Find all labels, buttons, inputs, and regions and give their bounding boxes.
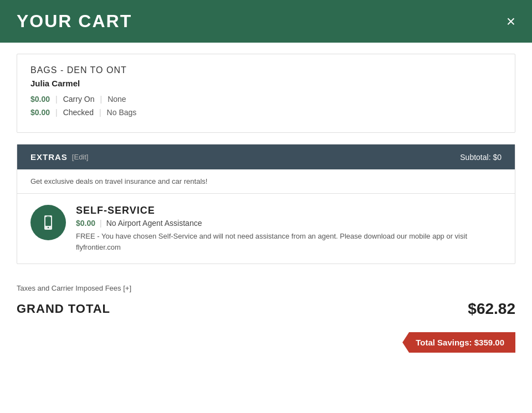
- self-service-icon: [30, 205, 66, 240]
- extras-subtotal: Subtotal: $0: [460, 153, 502, 162]
- svg-point-2: [48, 227, 49, 228]
- footer-section: Taxes and Carrier Imposed Fees [+] GRAND…: [0, 275, 532, 332]
- self-service-description: FREE - You have chosen Self-Service and …: [76, 231, 502, 252]
- self-service-info: SELF-SERVICE $0.00 | No Airport Agent As…: [76, 205, 502, 252]
- checked-type: Checked: [63, 108, 94, 117]
- extras-header-left: EXTRAS [Edit]: [30, 152, 88, 162]
- bags-title: BAGS - DEN TO ONT: [30, 65, 502, 75]
- extras-promo-text: Get exclusive deals on travel insurance …: [17, 169, 515, 194]
- bags-section-card: BAGS - DEN TO ONT Julia Carmel $0.00 | C…: [17, 54, 515, 133]
- self-service-desc-short: No Airport Agent Assistance: [106, 219, 202, 228]
- self-service-price: $0.00: [76, 219, 95, 228]
- svg-rect-1: [45, 217, 51, 226]
- close-button[interactable]: ×: [507, 14, 515, 29]
- bags-card-inner: BAGS - DEN TO ONT Julia Carmel $0.00 | C…: [17, 54, 515, 132]
- self-service-price-row: $0.00 | No Airport Agent Assistance: [76, 219, 502, 228]
- checked-price: $0.00: [30, 108, 50, 117]
- phone-icon: [39, 214, 57, 231]
- carry-on-price: $0.00: [30, 95, 50, 104]
- carry-on-type: Carry On: [63, 95, 95, 104]
- extras-header: EXTRAS [Edit] Subtotal: $0: [17, 144, 515, 169]
- checked-detail: No Bags: [107, 108, 137, 117]
- cart-title: YOUR CART: [17, 11, 132, 32]
- separator-2: |: [100, 95, 102, 104]
- extras-label: EXTRAS: [30, 152, 68, 162]
- self-service-title: SELF-SERVICE: [76, 205, 502, 216]
- separator-1: |: [55, 95, 58, 104]
- extras-section: EXTRAS [Edit] Subtotal: $0 Get exclusive…: [17, 144, 515, 264]
- grand-total-row: GRAND TOTAL $62.82: [17, 300, 515, 327]
- svg-rect-3: [47, 216, 50, 217]
- extras-body: Get exclusive deals on travel insurance …: [17, 169, 515, 264]
- carry-on-detail: None: [108, 95, 126, 104]
- savings-badge: Total Savings: $359.00: [402, 332, 515, 353]
- cart-modal: YOUR CART × BAGS - DEN TO ONT Julia Carm…: [0, 0, 532, 413]
- passenger-name: Julia Carmel: [30, 79, 502, 88]
- ss-separator: |: [100, 219, 102, 228]
- grand-total-amount: $62.82: [468, 300, 515, 318]
- separator-3: |: [55, 108, 58, 117]
- taxes-link[interactable]: Taxes and Carrier Imposed Fees [+]: [17, 284, 515, 292]
- savings-banner: Total Savings: $359.00: [0, 332, 532, 364]
- grand-total-label: GRAND TOTAL: [17, 302, 110, 316]
- separator-4: |: [99, 108, 101, 117]
- self-service-row: SELF-SERVICE $0.00 | No Airport Agent As…: [17, 194, 515, 264]
- extras-edit-link[interactable]: [Edit]: [72, 153, 89, 161]
- cart-header: YOUR CART ×: [0, 0, 532, 43]
- checked-row: $0.00 | Checked | No Bags: [30, 108, 502, 117]
- cart-body: BAGS - DEN TO ONT Julia Carmel $0.00 | C…: [0, 43, 532, 413]
- carry-on-row: $0.00 | Carry On | None: [30, 95, 502, 104]
